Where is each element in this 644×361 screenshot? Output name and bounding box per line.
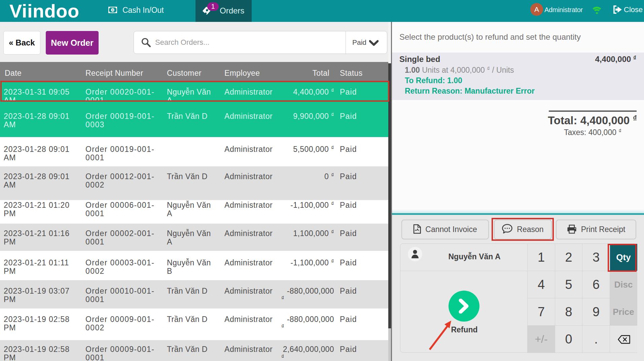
svg-text:1: 1 — [112, 8, 113, 12]
